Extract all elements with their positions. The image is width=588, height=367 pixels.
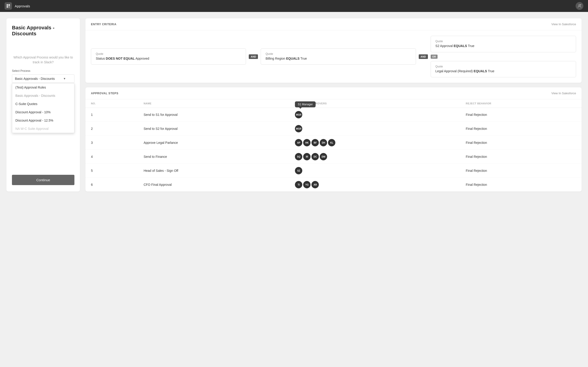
approver-avatars-2: MGR <box>295 125 455 132</box>
select-label: Select Process <box>12 69 74 73</box>
svg-rect-1 <box>9 4 10 6</box>
avatar-sz: SZ <box>295 167 302 174</box>
svg-text:AI: AI <box>580 4 581 5</box>
svg-rect-3 <box>9 6 10 8</box>
right-panel: ENTRY CRITERIA View In Salesforce Quote … <box>86 18 582 192</box>
criteria-4-text: Legal Approval (Required) EQUALS True <box>435 69 571 74</box>
step-2-no: 2 <box>86 122 138 136</box>
approval-steps-salesforce-link[interactable]: View In Salesforce <box>552 92 576 95</box>
avatar-ar: AR <box>311 181 319 188</box>
user-avatar[interactable]: AI <box>576 2 583 10</box>
criteria-3-object: Quote <box>435 40 571 43</box>
dropdown-item-csuite[interactable]: C-Suite Quotes <box>12 100 74 108</box>
avatar-ti: TI <box>295 181 302 188</box>
step-1-approvers: S1 Manager MGR <box>289 108 460 122</box>
step-2-name: Send to S2 for Approval <box>138 122 289 136</box>
avatar-ir: IR <box>303 153 311 160</box>
process-select[interactable]: Basic Approvals - Discounts ▼ <box>12 74 74 83</box>
step-4-reject: Final Rejection <box>460 150 582 164</box>
step-6-no: 6 <box>86 178 138 192</box>
entry-criteria-salesforce-link[interactable]: View In Salesforce <box>552 23 576 26</box>
criteria-box-1: Quote Status DOES NOT EQUAL Approved <box>91 48 246 65</box>
avatar-sq: SQ <box>295 153 302 160</box>
approver-avatars-4: SQ IR DC DW <box>295 153 455 160</box>
and-connector-2: AND <box>419 54 428 59</box>
approval-steps-header: APPROVAL STEPS View In Salesforce <box>86 87 582 99</box>
criteria-box-4: Quote Legal Approval (Required) EQUALS T… <box>431 61 576 77</box>
dropdown-item-nawc[interactable]: NA W-C Suite Approval <box>12 125 74 133</box>
dropdown-item-discount-10[interactable]: Discount Approval - 10% <box>12 108 74 116</box>
step-1-reject: Final Rejection <box>460 108 582 122</box>
criteria-2-text: Billing Region EQUALS True <box>266 56 411 61</box>
dropdown-item-basic-approvals[interactable]: Basic Approvals - Discounts <box>12 92 74 100</box>
approval-steps-table: NO. NAME ASSIGNED APPROVERS REJECT BEHAV… <box>86 99 582 192</box>
step-1-name: Send to S1 for Approval <box>138 108 289 122</box>
criteria-3-text: S2 Approval EQUALS True <box>435 44 571 48</box>
step-1-no: 1 <box>86 108 138 122</box>
avatar-dw: DW <box>320 153 327 160</box>
table-row: 6 CFO Final Approval TI YG AR Final Reje… <box>86 178 582 192</box>
app-logo <box>5 2 12 10</box>
table-row: 3 Approve Legal Parlance AP HK BF DH KL <box>86 136 582 150</box>
or-group: Quote S2 Approval EQUALS True OR Quote L… <box>431 36 576 77</box>
continue-button[interactable]: Continue <box>12 175 74 185</box>
step-2-approvers: MGR <box>289 122 460 136</box>
col-no: NO. <box>86 99 138 108</box>
step-3-no: 3 <box>86 136 138 150</box>
entry-criteria-header: ENTRY CRITERIA View In Salesforce <box>86 18 582 30</box>
avatar-dc: DC <box>311 153 319 160</box>
entry-criteria-title: ENTRY CRITERIA <box>91 23 116 26</box>
criteria-box-3: Quote S2 Approval EQUALS True <box>431 36 576 52</box>
dropdown-item-discount-125[interactable]: Discount Approval - 12.5% <box>12 116 74 125</box>
table-row: 2 Send to S2 for Approval MGR Final Reje… <box>86 122 582 136</box>
main-content: Basic Approvals - Discounts Which Approv… <box>0 12 588 198</box>
approval-steps-card: APPROVAL STEPS View In Salesforce NO. NA… <box>86 87 582 192</box>
step-3-name: Approve Legal Parlance <box>138 136 289 150</box>
step-4-no: 4 <box>86 150 138 164</box>
dropdown-item-test-approval[interactable]: (Test) Approval Rules <box>12 83 74 92</box>
process-question: Which Approval Process would you like to… <box>12 55 74 65</box>
entry-criteria-body: Quote Status DOES NOT EQUAL Approved AND… <box>86 30 582 83</box>
selected-value: Basic Approvals - Discounts <box>15 77 55 81</box>
avatar-dh: DH <box>320 139 327 146</box>
approver-avatars-3: AP HK BF DH KL <box>295 139 455 146</box>
left-panel: Basic Approvals - Discounts Which Approv… <box>6 18 80 192</box>
step-2-reject: Final Rejection <box>460 122 582 136</box>
step-4-approvers: SQ IR DC DW <box>289 150 460 164</box>
step-4-name: Send to Finance <box>138 150 289 164</box>
approver-avatars-6: TI YG AR <box>295 181 455 188</box>
step-3-approvers: AP HK BF DH KL <box>289 136 460 150</box>
approver-avatars-1: S1 Manager MGR <box>295 111 455 118</box>
header-title: Approvals <box>15 4 30 8</box>
criteria-2-object: Quote <box>266 52 411 56</box>
table-row: 1 Send to S1 for Approval S1 Manager MGR… <box>86 108 582 122</box>
col-approvers: ASSIGNED APPROVERS <box>289 99 460 108</box>
table-row: 5 Head of Sales - Sign Off SZ Final Reje… <box>86 164 582 178</box>
chevron-down-icon: ▼ <box>63 77 66 80</box>
left-panel-title: Basic Approvals - Discounts <box>12 25 74 37</box>
step-6-reject: Final Rejection <box>460 178 582 192</box>
col-reject: REJECT BEHAVIOR <box>460 99 582 108</box>
or-connector: OR <box>431 55 438 59</box>
avatar-hk: HK <box>303 139 311 146</box>
criteria-box-2: Quote Billing Region EQUALS True <box>261 48 416 65</box>
step-5-reject: Final Rejection <box>460 164 582 178</box>
step-6-name: CFO Final Approval <box>138 178 289 192</box>
step-5-approvers: SZ <box>289 164 460 178</box>
criteria-1-text: Status DOES NOT EQUAL Approved <box>96 56 241 61</box>
approval-steps-title: APPROVAL STEPS <box>91 92 118 95</box>
avatar-bf: BF <box>311 139 319 146</box>
avatar-kl: KL <box>328 139 335 146</box>
header-left: Approvals <box>5 2 30 10</box>
table-row: 4 Send to Finance SQ IR DC DW Final Reje… <box>86 150 582 164</box>
step-5-name: Head of Sales - Sign Off <box>138 164 289 178</box>
table-header-row: NO. NAME ASSIGNED APPROVERS REJECT BEHAV… <box>86 99 582 108</box>
entry-criteria-card: ENTRY CRITERIA View In Salesforce Quote … <box>86 18 582 83</box>
col-name: NAME <box>138 99 289 108</box>
avatar-mgr-1: MGR <box>295 111 302 118</box>
process-select-wrapper: Basic Approvals - Discounts ▼ (Test) App… <box>12 74 74 83</box>
and-connector-1: AND <box>249 54 258 59</box>
svg-rect-0 <box>7 4 8 6</box>
avatar-yg: YG <box>303 181 311 188</box>
process-dropdown: (Test) Approval Rules Basic Approvals - … <box>12 83 74 133</box>
